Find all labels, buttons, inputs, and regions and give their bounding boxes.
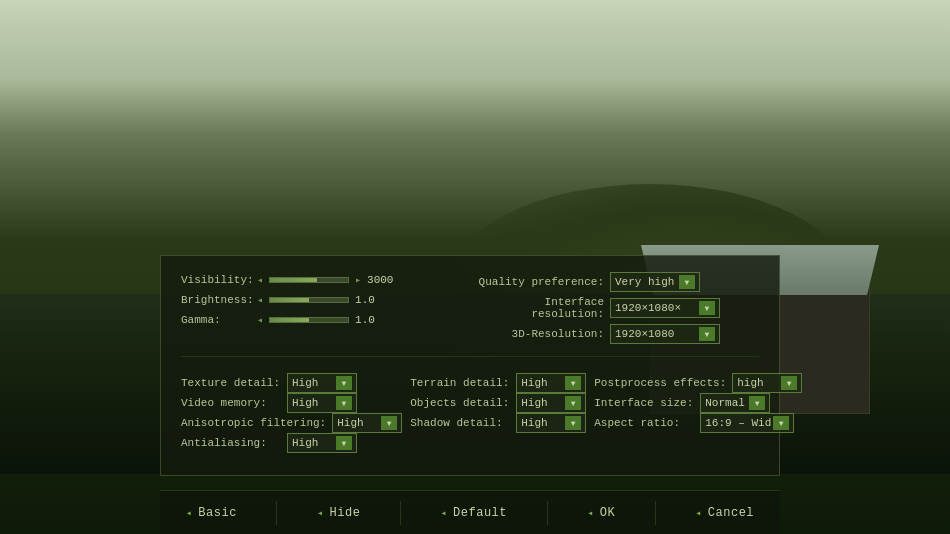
interface-size-arrow: ▼: [749, 396, 765, 410]
visibility-right-arrow[interactable]: ▸: [355, 274, 361, 286]
aspect-ratio-dropdown[interactable]: 16:9 – Wid ▼: [700, 413, 794, 433]
postprocess-row: Postprocess effects: high ▼: [594, 373, 802, 393]
cancel-button[interactable]: ◂ Cancel: [683, 502, 766, 524]
3d-resolution-arrow: ▼: [699, 327, 715, 341]
basic-button[interactable]: ◂ Basic: [174, 502, 249, 524]
default-button[interactable]: ◂ Default: [429, 502, 519, 524]
objects-detail-dropdown[interactable]: High ▼: [516, 393, 586, 413]
visibility-value: 3000: [367, 274, 402, 286]
hide-left-arrow: ◂: [317, 507, 324, 519]
objects-detail-arrow: ▼: [565, 396, 581, 410]
top-section: Visibility: ◂ ▸ 3000 Brightness: ◂ 1.0 G…: [181, 272, 759, 357]
video-memory-row: Video memory: High ▼: [181, 393, 402, 413]
interface-resolution-dropdown[interactable]: 1920×1080× ▼: [610, 298, 720, 318]
postprocess-dropdown[interactable]: high ▼: [732, 373, 802, 393]
quality-preference-row: Quality preference: Very high ▼: [474, 272, 759, 292]
basic-label: Basic: [198, 506, 237, 520]
quality-preference-arrow: ▼: [679, 275, 695, 289]
cancel-left-arrow: ◂: [695, 507, 702, 519]
terrain-detail-label: Terrain detail:: [410, 377, 510, 389]
video-memory-arrow: ▼: [336, 396, 352, 410]
settings-grid: Texture detail: High ▼ Video memory: Hig…: [181, 373, 759, 453]
anisotropic-label: Anisotropic filtering:: [181, 417, 326, 429]
aspect-ratio-arrow: ▼: [773, 416, 789, 430]
shadow-detail-arrow: ▼: [565, 416, 581, 430]
interface-size-dropdown[interactable]: Normal ▼: [700, 393, 770, 413]
anisotropic-dropdown[interactable]: High ▼: [332, 413, 402, 433]
brightness-left-arrow[interactable]: ◂: [257, 294, 263, 306]
anisotropic-arrow: ▼: [381, 416, 397, 430]
brightness-track[interactable]: [269, 297, 349, 303]
antialiasing-value: High: [292, 437, 334, 449]
hide-label: Hide: [330, 506, 361, 520]
texture-detail-dropdown[interactable]: High ▼: [287, 373, 357, 393]
objects-detail-value: High: [521, 397, 563, 409]
antialiasing-arrow: ▼: [336, 436, 352, 450]
ok-label: OK: [600, 506, 615, 520]
gamma-left-arrow[interactable]: ◂: [257, 314, 263, 326]
postprocess-value: high: [737, 377, 779, 389]
ok-left-arrow: ◂: [587, 507, 594, 519]
quality-preference-dropdown[interactable]: Very high ▼: [610, 272, 700, 292]
hide-button[interactable]: ◂ Hide: [305, 502, 372, 524]
default-left-arrow: ◂: [441, 507, 448, 519]
aspect-ratio-row: Aspect ratio: 16:9 – Wid ▼: [594, 413, 802, 433]
3d-resolution-dropdown[interactable]: 1920×1080 ▼: [610, 324, 720, 344]
interface-size-value: Normal: [705, 397, 747, 409]
anisotropic-value: High: [337, 417, 379, 429]
divider-1: [276, 501, 277, 525]
ok-button[interactable]: ◂ OK: [575, 502, 627, 524]
interface-size-label: Interface size:: [594, 397, 694, 409]
postprocess-label: Postprocess effects:: [594, 377, 726, 389]
terrain-detail-dropdown[interactable]: High ▼: [516, 373, 586, 393]
visibility-row: Visibility: ◂ ▸ 3000: [181, 272, 466, 288]
visibility-track[interactable]: [269, 277, 349, 283]
quality-preference-label: Quality preference:: [474, 276, 604, 288]
shadow-detail-label: Shadow detail:: [410, 417, 510, 429]
antialiasing-row: Antialiasing: High ▼: [181, 433, 402, 453]
texture-detail-arrow: ▼: [336, 376, 352, 390]
quality-preference-value: Very high: [615, 276, 677, 288]
interface-resolution-row: Interface resolution: 1920×1080× ▼: [474, 296, 759, 320]
shadow-detail-dropdown[interactable]: High ▼: [516, 413, 586, 433]
basic-left-arrow: ◂: [186, 507, 193, 519]
shadow-detail-row: Shadow detail: High ▼: [410, 413, 586, 433]
quality-column: Quality preference: Very high ▼ Interfac…: [474, 272, 759, 344]
video-memory-label: Video memory:: [181, 397, 281, 409]
terrain-detail-arrow: ▼: [565, 376, 581, 390]
interface-resolution-arrow: ▼: [699, 301, 715, 315]
gamma-row: Gamma: ◂ 1.0: [181, 312, 466, 328]
buttons-bar: ◂ Basic ◂ Hide ◂ Default ◂ OK ◂ Cancel: [160, 490, 780, 534]
texture-detail-label: Texture detail:: [181, 377, 281, 389]
terrain-detail-row: Terrain detail: High ▼: [410, 373, 586, 393]
gamma-value: 1.0: [355, 314, 390, 326]
gamma-label: Gamma:: [181, 314, 251, 326]
objects-detail-label: Objects detail:: [410, 397, 510, 409]
settings-col3: Postprocess effects: high ▼ Interface si…: [594, 373, 802, 453]
gamma-track[interactable]: [269, 317, 349, 323]
visibility-left-arrow[interactable]: ◂: [257, 274, 263, 286]
divider-3: [547, 501, 548, 525]
default-label: Default: [453, 506, 507, 520]
antialiasing-label: Antialiasing:: [181, 437, 281, 449]
texture-detail-row: Texture detail: High ▼: [181, 373, 402, 393]
brightness-fill: [270, 298, 309, 302]
visibility-fill: [270, 278, 317, 282]
3d-resolution-value: 1920×1080: [615, 328, 697, 340]
3d-resolution-label: 3D-Resolution:: [474, 328, 604, 340]
antialiasing-dropdown[interactable]: High ▼: [287, 433, 357, 453]
anisotropic-row: Anisotropic filtering: High ▼: [181, 413, 402, 433]
3d-resolution-row: 3D-Resolution: 1920×1080 ▼: [474, 324, 759, 344]
objects-detail-row: Objects detail: High ▼: [410, 393, 586, 413]
settings-panel: Visibility: ◂ ▸ 3000 Brightness: ◂ 1.0 G…: [160, 255, 780, 476]
cancel-label: Cancel: [708, 506, 754, 520]
terrain-detail-value: High: [521, 377, 563, 389]
settings-col1: Texture detail: High ▼ Video memory: Hig…: [181, 373, 402, 453]
brightness-label: Brightness:: [181, 294, 251, 306]
divider-2: [400, 501, 401, 525]
video-memory-dropdown[interactable]: High ▼: [287, 393, 357, 413]
shadow-detail-value: High: [521, 417, 563, 429]
interface-resolution-label: Interface resolution:: [474, 296, 604, 320]
visibility-label: Visibility:: [181, 274, 251, 286]
settings-col2: Terrain detail: High ▼ Objects detail: H…: [410, 373, 586, 453]
